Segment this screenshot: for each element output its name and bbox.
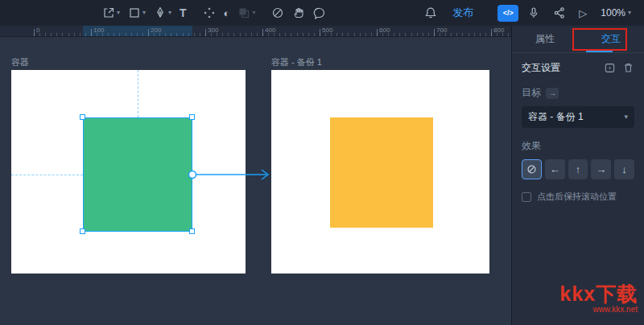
ruler-mark: 0: [36, 27, 39, 34]
chevron-down-icon: ▾: [142, 10, 146, 16]
design-tool-app: ▾ ▾ ▾ T ◐: [0, 0, 644, 325]
mask-icon: ◐: [224, 8, 230, 19]
prohibit-icon: [526, 164, 537, 175]
alignment-guide-horizontal: [11, 175, 83, 175]
comment-button[interactable]: [309, 3, 330, 23]
hand-tool-button[interactable]: [288, 3, 309, 23]
dev-mode-button[interactable]: </>: [497, 5, 518, 22]
arrow-up-icon: ↑: [576, 163, 581, 175]
frame-tool-button[interactable]: ▾: [124, 3, 150, 23]
pen-tool-icon: [154, 6, 167, 19]
trash-icon[interactable]: [622, 62, 634, 74]
target-select-value: 容器 - 备份 1: [528, 110, 584, 124]
artboard-label[interactable]: 容器: [11, 56, 29, 68]
target-select[interactable]: 容器 - 备份 1 ▾: [522, 106, 634, 128]
effect-slide-down-button[interactable]: ↓: [614, 159, 634, 179]
keep-scroll-checkbox[interactable]: [522, 192, 531, 202]
watermark-url: www.kkx.net: [559, 305, 638, 314]
bell-icon: [424, 6, 437, 19]
export-button[interactable]: ▾: [98, 3, 124, 23]
selected-green-rectangle[interactable]: [83, 117, 192, 232]
voice-button[interactable]: [523, 3, 544, 23]
tab-interaction[interactable]: 交互: [578, 26, 644, 52]
boolean-ops-button[interactable]: ▾: [233, 3, 259, 23]
ruler-mark: 100: [93, 27, 104, 34]
microphone-icon: [527, 6, 540, 19]
comment-icon: [313, 6, 326, 19]
frame-tool-icon: [128, 6, 141, 19]
orange-rectangle[interactable]: [330, 117, 433, 228]
notifications-button[interactable]: [420, 3, 441, 23]
resize-handle-top-right[interactable]: [189, 114, 195, 120]
panel-tabs: 属性 交互: [512, 26, 644, 53]
present-button[interactable]: ▷: [575, 3, 591, 23]
ruler-mark: 200: [151, 27, 161, 34]
mask-button[interactable]: ◐: [220, 3, 234, 23]
chevron-down-icon: ▾: [628, 10, 631, 16]
arrow-down-icon: ↓: [621, 163, 627, 175]
ruler-mark: 300: [208, 27, 218, 34]
canvas[interactable]: 容器 容器 - 备份 1: [0, 37, 511, 325]
export-icon: [102, 6, 115, 19]
play-icon: ▷: [579, 8, 587, 19]
horizontal-ruler: 0 100 200 300 400 500 600 700 800: [0, 26, 511, 37]
ruler-mark: 800: [493, 27, 504, 34]
prohibit-button[interactable]: [267, 3, 288, 23]
pen-tool-button[interactable]: ▾: [150, 3, 175, 23]
share-icon: [553, 6, 566, 19]
toolbar: ▾ ▾ ▾ T ◐: [0, 0, 644, 26]
component-button[interactable]: [199, 3, 220, 23]
boolean-ops-icon: [237, 6, 250, 19]
ruler-mark: 600: [379, 27, 390, 34]
text-tool-icon: T: [180, 6, 187, 19]
effect-field-label: 效果: [522, 139, 634, 153]
effect-none-button[interactable]: [522, 159, 542, 179]
effect-buttons: ← ↑ → ↓: [522, 159, 634, 179]
tab-properties[interactable]: 属性: [512, 26, 578, 52]
watermark: kkx下载 www.kkx.net: [559, 283, 638, 315]
text-tool-button[interactable]: T: [175, 3, 191, 23]
ruler-mark: 700: [436, 27, 447, 34]
artboard-label[interactable]: 容器 - 备份 1: [271, 56, 322, 68]
prohibit-icon: [271, 6, 284, 19]
effect-label-text: 效果: [522, 139, 541, 153]
active-tab-underline: [586, 51, 613, 52]
keep-scroll-label: 点击后保持滚动位置: [537, 191, 617, 203]
resize-handle-bottom-right[interactable]: [189, 228, 195, 234]
zoom-level: 100%: [601, 7, 625, 19]
interaction-settings-header: 交互设置: [522, 61, 634, 75]
chevron-down-icon: ▾: [168, 10, 171, 16]
effect-slide-right-button[interactable]: →: [591, 159, 611, 179]
chevron-down-icon: ▾: [117, 10, 120, 16]
arrow-left-icon: ←: [550, 163, 560, 175]
chevron-down-icon: ▾: [624, 113, 628, 121]
effect-slide-up-button[interactable]: ↑: [568, 159, 588, 179]
section-title: 交互设置: [522, 61, 560, 75]
ruler-mark: 500: [322, 27, 332, 34]
target-field-label: 目标 →: [522, 86, 634, 100]
keep-scroll-checkbox-row[interactable]: 点击后保持滚动位置: [522, 191, 634, 203]
inspector-panel: 属性 交互 交互设置 目标 →: [511, 26, 644, 325]
hand-tool-icon: [292, 6, 305, 19]
alignment-guide-vertical: [138, 70, 138, 117]
target-arrow-icon: →: [546, 88, 559, 99]
component-icon: [203, 6, 216, 19]
resize-handle-top-left[interactable]: [80, 114, 85, 120]
watermark-title: kkx下载: [559, 283, 638, 306]
chevron-down-icon: ▾: [252, 10, 255, 16]
effect-slide-left-button[interactable]: ←: [545, 159, 565, 179]
zoom-control[interactable]: 100% ▾: [596, 7, 636, 19]
publish-button[interactable]: 发布: [446, 6, 480, 20]
arrow-right-icon: →: [596, 163, 606, 175]
interaction-preset-icon[interactable]: [604, 62, 616, 74]
share-button[interactable]: [549, 3, 570, 23]
target-label-text: 目标: [522, 86, 541, 100]
resize-handle-bottom-left[interactable]: [80, 228, 85, 234]
ruler-mark: 400: [265, 27, 275, 34]
